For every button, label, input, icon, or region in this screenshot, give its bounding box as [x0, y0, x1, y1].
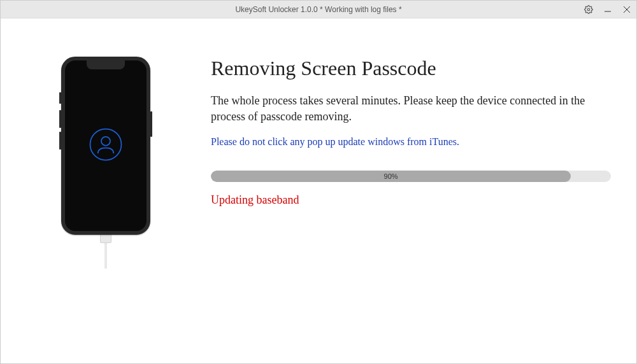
phone-side-button	[150, 111, 152, 137]
progress-label: 90%	[384, 172, 398, 180]
svg-point-0	[587, 8, 590, 11]
cable-connector	[100, 234, 111, 243]
titlebar-controls	[579, 1, 636, 18]
close-button[interactable]	[617, 1, 636, 18]
content-area: Removing Screen Passcode The whole proce…	[1, 18, 636, 363]
close-icon	[624, 6, 630, 13]
cable-wire	[104, 243, 107, 269]
svg-point-5	[101, 137, 110, 146]
phone-side-button	[59, 132, 61, 150]
svg-point-4	[90, 129, 122, 160]
description-text: The whole process takes several minutes.…	[211, 93, 611, 125]
gear-icon	[584, 5, 593, 14]
cable-illustration	[100, 235, 111, 269]
device-panel	[26, 57, 185, 344]
user-icon	[88, 127, 124, 165]
settings-button[interactable]	[579, 1, 598, 18]
phone-side-button	[59, 110, 61, 128]
window-title: UkeySoft Unlocker 1.0.0 * Working with l…	[235, 5, 401, 14]
warning-text: Please do not click any pop up update wi…	[211, 136, 611, 148]
phone-side-button	[59, 92, 61, 104]
device-illustration	[61, 57, 150, 269]
phone-frame	[61, 57, 150, 235]
status-text: Updating baseband	[211, 193, 611, 207]
phone-notch	[87, 60, 125, 69]
minimize-icon	[605, 6, 611, 13]
progress-fill: 90%	[211, 171, 571, 182]
titlebar: UkeySoft Unlocker 1.0.0 * Working with l…	[1, 1, 636, 18]
minimize-button[interactable]	[598, 1, 617, 18]
info-panel: Removing Screen Passcode The whole proce…	[185, 57, 617, 344]
progress-bar: 90%	[211, 171, 611, 182]
page-title: Removing Screen Passcode	[211, 57, 611, 80]
